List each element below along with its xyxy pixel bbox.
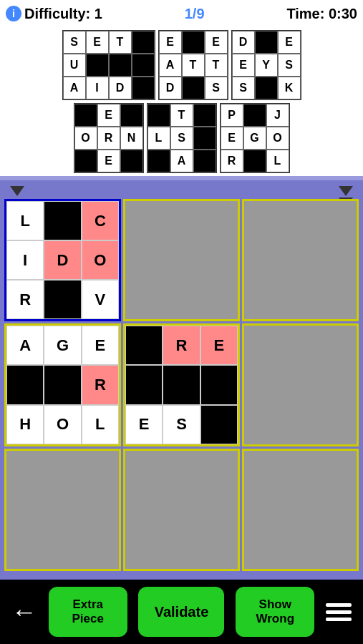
board-piece-9[interactable] — [242, 449, 359, 571]
piece-cell: R — [82, 365, 119, 404]
cell: T — [109, 31, 132, 54]
cell: L — [266, 150, 289, 172]
board[interactable]: L C I D O R V A G E R H — [4, 199, 359, 571]
cell — [243, 104, 266, 127]
menu-bar-3 — [326, 618, 352, 621]
cell — [132, 31, 155, 54]
piece-cell: C — [82, 201, 119, 240]
cell — [255, 31, 278, 54]
cell — [182, 77, 205, 99]
board-piece-5[interactable]: R E E S — [123, 323, 240, 446]
cell: T — [205, 54, 228, 77]
cell — [132, 77, 155, 99]
piece-cell — [125, 326, 163, 365]
cell: A — [63, 77, 86, 99]
cell — [86, 54, 109, 77]
cell: E — [86, 31, 109, 54]
cell: O — [266, 127, 289, 150]
piece-cell: L — [6, 201, 44, 240]
piece-cell — [200, 405, 238, 444]
cell — [120, 150, 143, 172]
cell — [74, 104, 97, 127]
board-piece-8[interactable] — [123, 449, 240, 571]
info-icon[interactable]: i — [6, 6, 21, 21]
piece-cell: E — [125, 405, 163, 444]
preview-section-2: E O R N E T L S A P J E G O R L — [0, 103, 363, 176]
cell: N — [120, 127, 143, 150]
cell: A — [170, 150, 193, 172]
cell — [147, 104, 170, 127]
cell — [74, 150, 97, 172]
scroll-right-arrow-1[interactable] — [339, 186, 353, 196]
menu-bar-1 — [326, 603, 352, 607]
piece-cell — [200, 365, 238, 404]
board-piece-7[interactable] — [4, 449, 121, 571]
cell — [109, 54, 132, 77]
preview-grid-3: D E E Y S S K — [231, 30, 301, 100]
cell: I — [86, 77, 109, 99]
piece-cell — [6, 365, 44, 404]
cell: G — [243, 127, 266, 150]
cell: J — [266, 104, 289, 127]
cell: S — [205, 77, 228, 99]
cell: R — [221, 150, 243, 172]
cell: S — [63, 31, 86, 54]
show-wrong-label: ShowWrong — [256, 597, 295, 626]
cell: E — [221, 127, 243, 150]
cell — [182, 31, 205, 54]
board-piece-6[interactable] — [242, 323, 359, 446]
cell: E — [232, 54, 255, 77]
piece-cell: L — [82, 405, 119, 444]
timer-label: Time: 0:30 — [286, 6, 357, 22]
piece-cell — [163, 365, 200, 404]
scroll-left-arrow[interactable] — [10, 186, 24, 196]
cell: D — [159, 77, 182, 99]
board-piece-2[interactable] — [123, 199, 240, 321]
validate-button[interactable]: Validate — [138, 587, 224, 637]
extra-piece-button[interactable]: ExtraPiece — [49, 587, 127, 637]
cell: E — [97, 104, 120, 127]
preview-grid-4: E O R N E — [74, 103, 144, 173]
cell: S — [232, 77, 255, 99]
menu-button[interactable] — [326, 603, 352, 621]
piece-cell — [44, 201, 81, 240]
board-piece-3[interactable] — [242, 199, 359, 321]
play-area[interactable]: L C I D O R V A G E R H — [0, 180, 363, 581]
cell: R — [97, 127, 120, 150]
show-wrong-button[interactable]: ShowWrong — [236, 587, 314, 637]
cell: O — [74, 127, 97, 150]
piece-cell: O — [82, 240, 119, 280]
cell — [147, 150, 170, 172]
piece-cell: G — [44, 326, 81, 365]
board-piece-1[interactable]: L C I D O R V — [4, 199, 121, 321]
cell: L — [147, 127, 170, 150]
cell: E — [97, 150, 120, 172]
back-button[interactable]: ← — [11, 597, 37, 627]
piece-cell: O — [44, 405, 81, 444]
validate-label: Validate — [155, 604, 209, 620]
piece-cell: R — [6, 280, 44, 319]
cell — [193, 127, 216, 150]
cell — [255, 77, 278, 99]
board-piece-4[interactable]: A G E R H O L — [4, 323, 121, 446]
cell: P — [221, 104, 243, 127]
cell: U — [63, 54, 86, 77]
piece-cell: D — [44, 240, 81, 280]
piece-cell: E — [200, 326, 238, 365]
cell — [120, 104, 143, 127]
extra-piece-label: ExtraPiece — [72, 597, 103, 626]
cell: D — [109, 77, 132, 99]
piece-cell: I — [6, 240, 44, 280]
piece-cell: R — [163, 326, 200, 365]
piece-cell — [44, 365, 81, 404]
preview-grid-5: T L S A — [147, 103, 217, 173]
piece-cell: H — [6, 405, 44, 444]
difficulty-section: i Difficulty: 1 — [6, 6, 102, 22]
cell: K — [278, 77, 301, 99]
cell: E — [278, 31, 301, 54]
cell — [193, 104, 216, 127]
piece-cell: A — [6, 326, 44, 365]
cell: T — [170, 104, 193, 127]
cell: Y — [255, 54, 278, 77]
preview-section: S E T U A I D E E A T T D S D E E Y S S … — [0, 27, 363, 103]
